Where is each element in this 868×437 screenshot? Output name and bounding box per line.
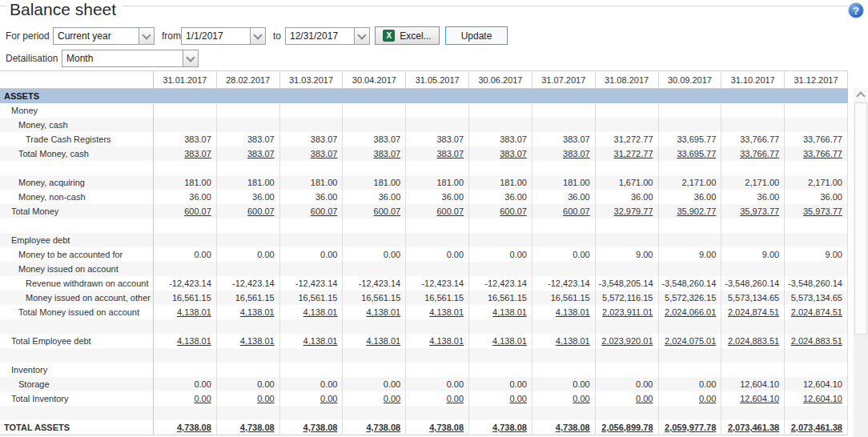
cell-value[interactable]: 2,024,883.51: [785, 334, 848, 348]
cell-value[interactable]: 2,024,874.51: [785, 305, 848, 319]
cell-value[interactable]: 4,738.08: [469, 420, 532, 435]
cell-value[interactable]: 600.07: [343, 204, 406, 218]
cell-value[interactable]: 0.00: [217, 391, 280, 406]
cell-value[interactable]: 4,138.01: [343, 305, 406, 319]
cell-value[interactable]: 2,073,461.38: [785, 420, 848, 435]
cell-value[interactable]: 2,024,883.51: [721, 334, 785, 348]
help-icon[interactable]: ?: [848, 2, 864, 18]
cell-value[interactable]: 4,138.01: [532, 305, 596, 319]
cell-value: 16,561.15: [532, 291, 596, 305]
cell-value[interactable]: 4,138.01: [469, 305, 532, 319]
cell-value[interactable]: 4,138.01: [217, 305, 280, 319]
cell-value[interactable]: 2,023,911.01: [596, 305, 659, 319]
cell-value[interactable]: 600.07: [406, 204, 469, 218]
cell-value[interactable]: 2,059,977.78: [659, 420, 722, 435]
detailisation-select[interactable]: Month: [62, 50, 199, 67]
cell-value[interactable]: 0.00: [406, 391, 469, 406]
cell-value: 16,561.15: [469, 291, 532, 305]
cell-value[interactable]: 600.07: [217, 204, 280, 218]
cell-value[interactable]: 383.07: [343, 146, 406, 161]
cell-value[interactable]: 4,138.01: [406, 334, 469, 348]
cell-value[interactable]: 2,024,874.51: [721, 305, 785, 319]
cell-value[interactable]: 12,604.10: [785, 391, 848, 406]
cell-value[interactable]: 383.07: [217, 146, 280, 161]
cell-value[interactable]: 0.00: [596, 391, 659, 406]
chevron-down-icon[interactable]: [354, 28, 369, 44]
cell-value[interactable]: 4,738.08: [406, 420, 469, 435]
cell-value[interactable]: 2,024,075.01: [659, 334, 722, 348]
vertical-scrollbar[interactable]: [854, 88, 868, 437]
from-date-value: 1/1/2017: [182, 30, 250, 42]
cell-value[interactable]: 0.00: [343, 391, 406, 406]
cell-value[interactable]: 4,738.08: [532, 420, 596, 435]
cell-value[interactable]: 2,024,066.01: [659, 305, 722, 319]
cell-value[interactable]: 4,138.01: [532, 334, 596, 348]
cell-value[interactable]: 4,738.08: [343, 420, 406, 435]
period-select-value: Current year: [54, 30, 139, 42]
cell-value[interactable]: 33,766.77: [785, 146, 848, 161]
cell-empty: [532, 161, 596, 175]
column-header: 30.04.2017: [343, 71, 406, 88]
cell-value[interactable]: 383.07: [469, 146, 532, 161]
chevron-down-icon[interactable]: [139, 28, 154, 44]
cell-value[interactable]: 33,695.77: [659, 146, 722, 161]
cell-value[interactable]: 4,138.01: [343, 334, 406, 348]
cell-value[interactable]: 0.00: [659, 391, 722, 406]
cell-value[interactable]: 0.00: [280, 391, 344, 406]
table-row: [0, 161, 848, 175]
cell-empty: [596, 319, 659, 334]
cell-value[interactable]: 4,138.01: [280, 305, 344, 319]
cell-value[interactable]: 2,056,899.78: [596, 420, 659, 435]
update-button[interactable]: Update: [445, 26, 508, 45]
table-row: Money issued on account: [0, 262, 848, 276]
cell-value[interactable]: 12,604.10: [721, 391, 785, 406]
cell-value[interactable]: 0.00: [469, 391, 532, 406]
cell-value[interactable]: 4,738.08: [280, 420, 344, 435]
cell-value[interactable]: 4,138.01: [469, 334, 532, 348]
excel-export-button[interactable]: X Excel...: [375, 26, 440, 45]
cell-value[interactable]: 33,766.77: [721, 146, 785, 161]
cell-value[interactable]: 35,973.77: [721, 204, 785, 218]
period-select[interactable]: Current year: [53, 27, 155, 45]
cell-value[interactable]: 31,272.77: [596, 146, 659, 161]
cell-value[interactable]: 2,073,461.38: [721, 420, 785, 435]
table-row: [0, 319, 848, 334]
row-label: Inventory: [0, 363, 154, 377]
cell-value[interactable]: 2,023,920.01: [596, 334, 659, 348]
cell-empty: [596, 363, 659, 377]
cell-value: -12,423.14: [532, 276, 596, 291]
cell-value[interactable]: 600.07: [154, 204, 217, 218]
cell-value: 5,573,134.65: [721, 291, 785, 305]
cell-value[interactable]: 600.07: [469, 204, 532, 218]
cell-value[interactable]: 35,973.77: [785, 204, 848, 218]
cell-value: 1,671.00: [596, 175, 659, 190]
cell-value[interactable]: 383.07: [154, 146, 217, 161]
excel-button-label: Excel...: [400, 30, 431, 42]
from-date-field[interactable]: 1/1/2017: [181, 27, 266, 45]
cell-value[interactable]: 4,138.01: [154, 334, 217, 348]
cell-value[interactable]: 383.07: [280, 146, 344, 161]
scroll-up-icon[interactable]: [854, 88, 868, 102]
cell-value[interactable]: 383.07: [532, 146, 596, 161]
cell-empty: [721, 118, 785, 132]
cell-value[interactable]: 4,138.01: [406, 305, 469, 319]
cell-value: 16,561.15: [406, 291, 469, 305]
cell-value[interactable]: 600.07: [280, 204, 344, 218]
chevron-down-icon[interactable]: [183, 50, 198, 66]
cell-value[interactable]: 600.07: [532, 204, 596, 218]
cell-empty: [721, 348, 785, 363]
cell-value[interactable]: 4,138.01: [217, 334, 280, 348]
scrollbar-thumb[interactable]: [854, 102, 867, 335]
column-header: 31.03.2017: [280, 71, 344, 88]
cell-value[interactable]: 383.07: [406, 146, 469, 161]
cell-value[interactable]: 32,979.77: [596, 204, 659, 218]
cell-value[interactable]: 4,738.08: [154, 420, 217, 435]
cell-value[interactable]: 4,138.01: [154, 305, 217, 319]
cell-value[interactable]: 35,902.77: [659, 204, 722, 218]
cell-value[interactable]: 4,738.08: [217, 420, 280, 435]
cell-value[interactable]: 0.00: [532, 391, 596, 406]
cell-value[interactable]: 4,138.01: [280, 334, 344, 348]
cell-value[interactable]: 0.00: [154, 391, 217, 406]
to-date-field[interactable]: 12/31/2017: [285, 27, 370, 45]
chevron-down-icon[interactable]: [250, 28, 265, 44]
